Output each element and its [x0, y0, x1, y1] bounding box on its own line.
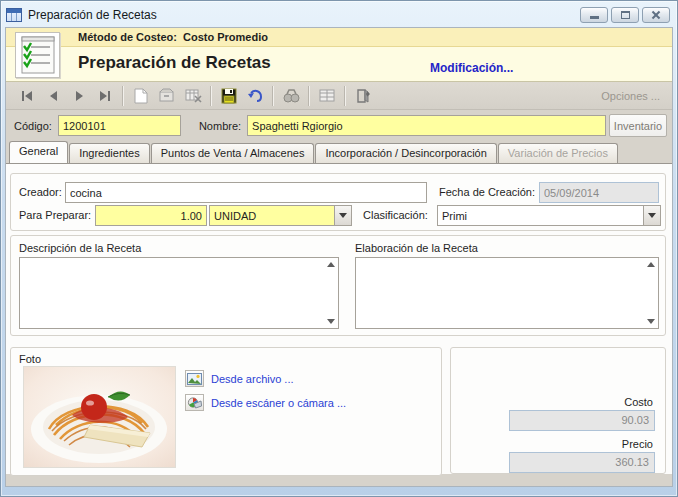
toolbar-separator [210, 86, 212, 106]
close-button[interactable] [642, 7, 670, 23]
name-field[interactable] [247, 115, 606, 136]
code-label: Código: [14, 120, 52, 132]
name-label: Nombre: [199, 120, 241, 132]
new-record-button[interactable] [128, 84, 154, 108]
prepare-unit-combo[interactable]: UNIDAD [209, 205, 352, 226]
edit-record-button[interactable] [154, 84, 180, 108]
picture-file-icon [185, 370, 204, 387]
recipe-photo [23, 366, 176, 468]
tab-page-general: Creador: Fecha de Creación: Para Prepara… [6, 163, 672, 474]
first-record-button[interactable] [14, 84, 40, 108]
elaboration-textarea[interactable] [355, 257, 659, 329]
price-label: Precio [622, 438, 653, 450]
next-record-icon [76, 91, 83, 101]
toolbar-separator [272, 86, 274, 106]
edit-record-icon [159, 88, 175, 103]
creation-date-input [544, 183, 654, 202]
totals-groupbox: Costo 90.03 Precio 360.13 [450, 347, 666, 474]
previous-record-icon [50, 91, 57, 101]
code-input[interactable] [63, 116, 176, 135]
toolbar-separator [122, 86, 124, 106]
classification-value: Primi [438, 210, 643, 222]
delete-record-button[interactable] [180, 84, 206, 108]
classification-combo[interactable]: Primi [437, 205, 661, 226]
tab-variacion-precios: Variación de Precios [498, 143, 618, 163]
tab-incorporacion[interactable]: Incorporación / Desincorporación [315, 143, 496, 163]
cost-label: Costo [624, 396, 653, 408]
dropdown-button[interactable] [643, 206, 660, 225]
description-textarea[interactable] [19, 257, 339, 329]
next-record-button[interactable] [66, 84, 92, 108]
checklist-icon [15, 32, 60, 78]
prepare-label: Para Preparar: [19, 209, 91, 221]
form-header: Método de Costeo: Costo Promedio Prepara… [6, 28, 672, 82]
page-title: Preparación de Recetas [78, 53, 271, 73]
window-icon [6, 8, 22, 22]
new-document-icon [134, 88, 148, 104]
elaboration-label: Elaboración de la Receta [355, 242, 478, 254]
grid-view-button[interactable] [314, 84, 340, 108]
previous-record-button[interactable] [40, 84, 66, 108]
toolbar-separator [344, 86, 346, 106]
last-record-icon [100, 91, 110, 101]
main-info-groupbox: Creador: Fecha de Creación: Para Prepara… [10, 173, 666, 231]
description-label: Descripción de la Receta [19, 242, 141, 254]
name-input[interactable] [252, 116, 601, 135]
creator-input[interactable] [70, 183, 422, 202]
app-window: Preparación de Recetas Método de Costeo:… [0, 0, 678, 497]
costing-method-strip: Método de Costeo: Costo Promedio [6, 28, 672, 47]
from-file-link[interactable]: Desde archivo ... [211, 373, 294, 385]
exit-button[interactable] [350, 84, 376, 108]
scroll-down-icon[interactable] [327, 319, 335, 324]
undo-button[interactable] [242, 84, 268, 108]
last-record-button[interactable] [92, 84, 118, 108]
cost-field: 90.03 [509, 410, 655, 431]
code-field[interactable] [58, 115, 181, 136]
minimize-icon [590, 16, 599, 19]
window-content: Método de Costeo: Costo Promedio Prepara… [5, 27, 673, 487]
title-bar: Preparación de Recetas [6, 3, 672, 26]
close-icon [651, 10, 661, 20]
tab-ingredientes[interactable]: Ingredientes [69, 143, 150, 163]
record-bar: Código: Nombre: Inventario [6, 110, 672, 141]
exit-door-icon [356, 88, 371, 104]
prepare-qty-field[interactable] [95, 205, 207, 226]
from-file-link-row[interactable]: Desde archivo ... [185, 370, 294, 387]
undo-icon [247, 89, 264, 103]
maximize-button[interactable] [611, 7, 639, 23]
dropdown-button[interactable] [334, 206, 351, 225]
creation-date-field [539, 182, 659, 203]
toolbar-separator [308, 86, 310, 106]
chevron-down-icon [648, 213, 656, 218]
creation-date-label: Fecha de Creación: [439, 186, 535, 198]
first-record-icon [22, 91, 32, 101]
photo-groupbox: Foto [10, 347, 442, 476]
scroll-up-icon[interactable] [327, 262, 335, 267]
inventory-button[interactable]: Inventario [609, 114, 667, 137]
find-button[interactable] [278, 84, 304, 108]
tab-general[interactable]: General [9, 141, 68, 163]
binoculars-icon [283, 89, 300, 103]
photo-label: Foto [19, 353, 41, 365]
grid-icon [319, 89, 335, 102]
tab-puntos-de-venta[interactable]: Puntos de Venta / Almacenes [151, 143, 315, 163]
costing-method-label: Método de Costeo: [78, 31, 177, 43]
scanner-camera-icon [185, 394, 204, 411]
from-scanner-link[interactable]: Desde escáner o cámara ... [211, 397, 346, 409]
prepare-qty-input[interactable] [100, 206, 202, 225]
save-icon [221, 88, 237, 104]
creator-field[interactable] [65, 182, 427, 203]
from-scanner-link-row[interactable]: Desde escáner o cámara ... [185, 394, 346, 411]
minimize-button[interactable] [580, 7, 608, 23]
chevron-down-icon [339, 213, 347, 218]
texts-groupbox: Descripción de la Receta Elaboración de … [10, 235, 666, 336]
scroll-down-icon[interactable] [647, 319, 655, 324]
save-button[interactable] [216, 84, 242, 108]
classification-label: Clasificación: [363, 209, 428, 221]
price-field: 360.13 [509, 452, 655, 473]
toolbar: Opciones ... [6, 82, 672, 110]
scroll-up-icon[interactable] [647, 262, 655, 267]
options-label[interactable]: Opciones ... [601, 90, 664, 102]
creator-label: Creador: [19, 186, 62, 198]
delete-record-icon [185, 88, 202, 103]
